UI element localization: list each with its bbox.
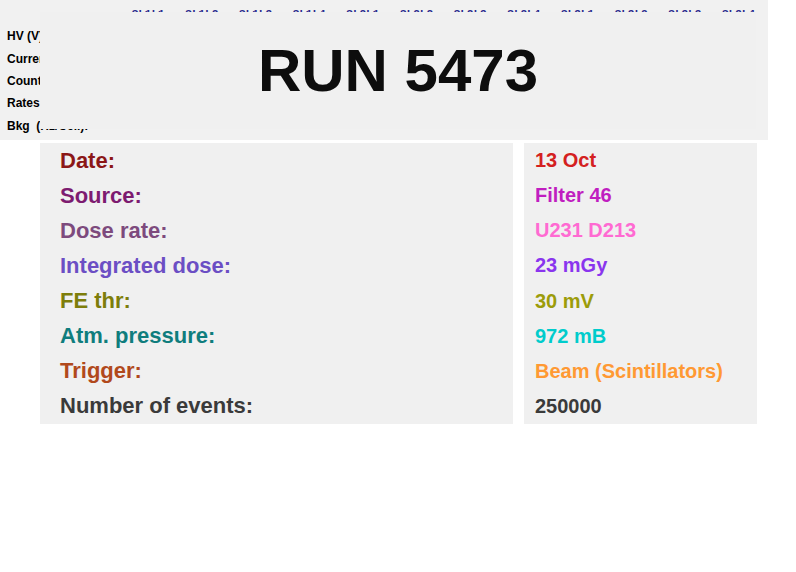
info-value: 250000 xyxy=(535,395,757,418)
info-label: Integrated dose: xyxy=(60,253,513,279)
info-label: Trigger: xyxy=(60,358,513,384)
info-label: Date: xyxy=(60,148,513,174)
info-labels-panel: Date:Source:Dose rate:Integrated dose:FE… xyxy=(40,143,513,424)
info-value: 23 mGy xyxy=(535,254,757,277)
info-label: Dose rate: xyxy=(60,218,513,244)
title-panel: RUN 5473 xyxy=(40,12,756,129)
info-value: U231 D213 xyxy=(535,219,757,242)
info-label: Atm. pressure: xyxy=(60,323,513,349)
info-label: Source: xyxy=(60,183,513,209)
info-value: 972 mB xyxy=(535,325,757,348)
info-value: 30 mV xyxy=(535,290,757,313)
info-label: Number of events: xyxy=(60,393,513,419)
info-values-panel: 13 OctFilter 46U231 D21323 mGy30 mV972 m… xyxy=(524,143,757,424)
run-title: RUN 5473 xyxy=(258,36,538,105)
info-value: 13 Oct xyxy=(535,149,757,172)
info-label: FE thr: xyxy=(60,288,513,314)
info-value: Filter 46 xyxy=(535,184,757,207)
info-value: Beam (Scintillators) xyxy=(535,360,757,383)
